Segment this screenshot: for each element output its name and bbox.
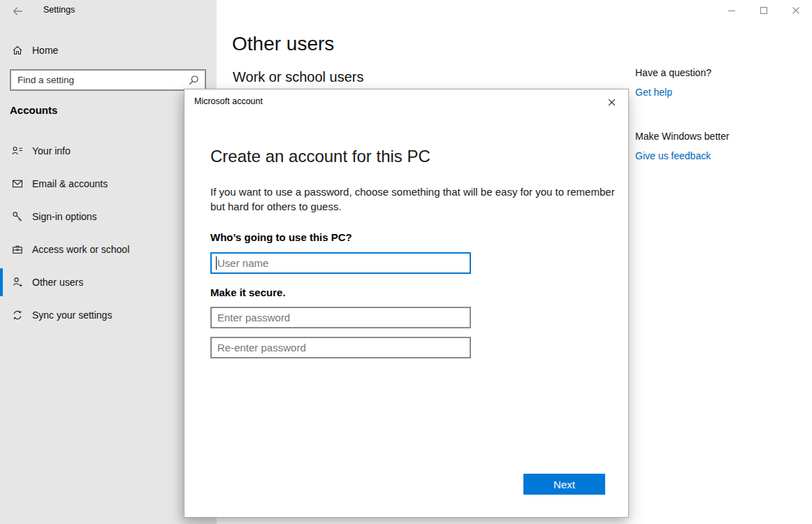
sync-icon xyxy=(12,310,23,321)
reenter-password-field-wrap xyxy=(210,337,471,358)
sidebar-item-home[interactable]: Home xyxy=(0,39,217,61)
search-icon[interactable] xyxy=(182,71,205,89)
sidebar-item-label: Sign-in options xyxy=(32,211,97,222)
help-question-title: Have a question? xyxy=(635,67,803,78)
maximize-icon xyxy=(760,6,768,15)
dialog-title: Microsoft account xyxy=(194,96,263,106)
page-title: Other users xyxy=(232,33,334,55)
reenter-password-input[interactable] xyxy=(210,337,471,358)
app-title: Settings xyxy=(43,5,75,15)
contact-card-icon xyxy=(12,145,23,157)
sidebar-item-label: Your info xyxy=(32,145,71,157)
secure-label: Make it secure. xyxy=(210,286,286,298)
give-feedback-link[interactable]: Give us feedback xyxy=(635,150,803,161)
next-button[interactable]: Next xyxy=(523,474,605,495)
minimize-button[interactable] xyxy=(716,0,748,21)
close-window-button[interactable] xyxy=(780,0,812,21)
get-help-link[interactable]: Get help xyxy=(635,87,803,98)
close-icon xyxy=(792,6,800,15)
minimize-icon xyxy=(727,6,736,15)
maximize-button[interactable] xyxy=(748,0,780,21)
text-caret xyxy=(216,256,217,270)
search-box xyxy=(10,69,206,91)
password-field-wrap xyxy=(210,307,471,328)
username-field-wrap xyxy=(210,252,471,274)
username-input[interactable] xyxy=(210,252,471,274)
make-windows-better-title: Make Windows better xyxy=(635,131,803,142)
key-icon xyxy=(12,211,23,222)
sidebar-item-label: Other users xyxy=(32,277,83,288)
sidebar-item-label: Access work or school xyxy=(32,244,129,255)
help-column: Have a question? Get help Make Windows b… xyxy=(635,67,803,161)
person-add-icon xyxy=(12,277,23,288)
section-title: Work or school users xyxy=(233,69,363,85)
back-button[interactable] xyxy=(6,2,29,20)
search-input[interactable] xyxy=(11,71,182,89)
sidebar-item-label: Email & accounts xyxy=(32,178,108,189)
dialog-body-text: If you want to use a password, choose so… xyxy=(210,184,619,214)
back-arrow-icon xyxy=(12,6,24,17)
email-icon xyxy=(12,178,23,189)
dialog-heading: Create an account for this PC xyxy=(210,147,430,166)
settings-window: Settings Home Accounts Your info Email &… xyxy=(0,0,812,524)
dialog-close-button[interactable] xyxy=(600,92,623,112)
microsoft-account-dialog: Microsoft account Create an account for … xyxy=(184,89,629,518)
close-icon xyxy=(607,97,617,108)
sidebar-section-heading: Accounts xyxy=(10,104,57,116)
sidebar-item-label: Sync your settings xyxy=(32,310,112,321)
who-label: Who’s going to use this PC? xyxy=(210,231,352,243)
window-controls xyxy=(716,0,812,21)
password-input[interactable] xyxy=(210,307,471,328)
briefcase-icon xyxy=(12,244,23,255)
home-icon xyxy=(12,45,23,56)
sidebar-item-label: Home xyxy=(32,45,58,56)
